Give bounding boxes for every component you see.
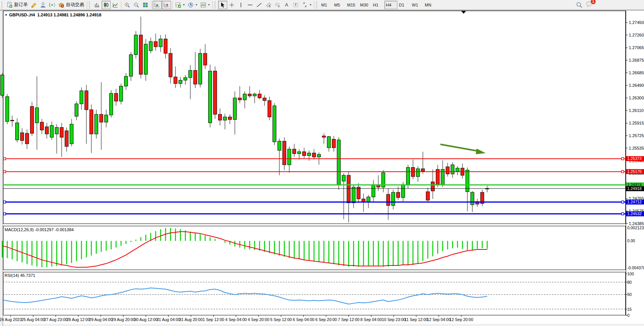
- time-axis-label: 30 Aug 12:00: [134, 317, 158, 322]
- price-line-label: 1.25176: [626, 169, 644, 174]
- candlestick-chart-button[interactable]: [102, 1, 111, 9]
- signal-icon: [49, 2, 55, 8]
- time-axis-label: 7 Sep 12:00: [338, 317, 360, 322]
- chevron-down-icon: ▾: [310, 3, 311, 6]
- rsi-indicator-label: RSI(14) 45.7371: [5, 273, 35, 278]
- arrows-icon: [302, 2, 308, 8]
- vertical-line-button[interactable]: [236, 1, 245, 9]
- time-axis-label: 8 Sep 04:00: [360, 317, 382, 322]
- timeframe-button-m1[interactable]: M1: [320, 1, 333, 9]
- auto-scroll-button[interactable]: [153, 1, 162, 9]
- macd-indicator-label: MACD(12,26,9) -0.001297 -0.001384: [5, 227, 74, 232]
- timeframe-label: D1: [399, 3, 409, 7]
- auto-trading-label: 自动交易: [66, 2, 84, 8]
- toolbar-grip[interactable]: [2, 2, 3, 8]
- templates-button[interactable]: ▾: [199, 1, 211, 9]
- macd-axis-tick: -0.004378: [627, 265, 644, 270]
- text-button[interactable]: A: [282, 1, 291, 9]
- profiles-button[interactable]: [38, 1, 48, 9]
- periods-button[interactable]: ▾: [186, 1, 199, 9]
- new-order-button[interactable]: 新订单: [5, 1, 29, 9]
- arrows-button[interactable]: ▾: [300, 1, 313, 9]
- chart-window: ▼GBPUSD-,H4 1.24913 1.24981 1.24896 1.24…: [0, 10, 644, 326]
- crosshair-icon: [229, 2, 235, 8]
- y-axis-tick: 1.26110: [629, 108, 644, 113]
- line-chart-button[interactable]: [111, 1, 120, 9]
- bar-chart-button[interactable]: [92, 1, 102, 9]
- periods-clock-icon: [188, 2, 194, 8]
- timeframe-label: M15: [347, 3, 357, 7]
- auto-scroll-icon: [154, 2, 160, 8]
- tile-windows-icon: [142, 2, 148, 8]
- toolbar-separator: [121, 1, 121, 9]
- timeframe-button-h4[interactable]: H4: [384, 1, 397, 9]
- cursor-button[interactable]: [218, 1, 227, 9]
- toolbar-grip[interactable]: [316, 2, 318, 8]
- signal-button[interactable]: [48, 1, 57, 9]
- time-axis-label: 6 Sep 20:00: [315, 317, 337, 322]
- price-line-label: 1.25373: [626, 156, 644, 161]
- timeframe-label: M5: [334, 3, 344, 7]
- search-icon[interactable]: [576, 2, 583, 8]
- macd-axis-tick: 0.00: [627, 238, 635, 243]
- toolbar-separator: [172, 1, 172, 9]
- svg-text:E: E: [269, 5, 271, 8]
- timeframe-label: M1: [321, 3, 331, 7]
- auto-trading-button[interactable]: 自动交易: [57, 1, 86, 9]
- text-label-button[interactable]: T: [291, 1, 300, 9]
- time-axis-label: 28 Aug 12:00: [67, 317, 90, 322]
- time-axis-label: 24 Aug 2023: [0, 317, 22, 322]
- indicators-button[interactable]: ▾: [174, 1, 186, 9]
- price-line-label: 1.24712: [626, 200, 644, 205]
- tile-windows-button[interactable]: [141, 1, 150, 9]
- y-axis-tick: 1.27450: [629, 20, 644, 25]
- time-axis-label: 12 Sep 04:00: [427, 317, 451, 322]
- time-axis-label: 29 Aug 20:00: [112, 317, 135, 322]
- time-axis-label: 5 Sep 12:00: [270, 317, 292, 322]
- toolbar-grip[interactable]: [89, 2, 91, 8]
- timeframe-button-m15[interactable]: M15: [346, 1, 359, 9]
- y-axis-tick: 1.26300: [629, 96, 644, 100]
- equidistant-channel-button[interactable]: E: [264, 1, 273, 9]
- y-axis-tick: 1.27260: [629, 33, 644, 37]
- timeframe-button-h1[interactable]: H1: [371, 1, 384, 9]
- zoom-in-icon: [124, 2, 130, 8]
- time-axis-label: 4 Sep 20:00: [248, 317, 269, 322]
- price-line-label: 1.24918: [626, 186, 644, 191]
- horizontal-line-button[interactable]: [245, 1, 255, 9]
- zoom-out-button[interactable]: [132, 1, 141, 9]
- crosshair-button[interactable]: [227, 1, 236, 9]
- text-label-icon: T: [293, 2, 299, 8]
- rsi-axis-tick: 100: [627, 272, 634, 276]
- timeframe-button-m30[interactable]: M30: [359, 1, 371, 9]
- trendline-button[interactable]: [255, 1, 264, 9]
- time-axis-label: 10 Sep 23:00: [382, 317, 405, 322]
- y-axis-tick: 1.25535: [629, 146, 644, 150]
- toolbar-grip[interactable]: [215, 2, 217, 8]
- time-axis-label: 29 Aug 04:00: [89, 317, 113, 322]
- svg-text:T: T: [295, 3, 297, 7]
- chart-canvas[interactable]: [0, 10, 644, 326]
- svg-text:A: A: [285, 2, 288, 8]
- y-axis-tick: 1.25725: [629, 133, 644, 138]
- chart-shift-button[interactable]: [162, 1, 171, 9]
- trendline-icon: [256, 2, 262, 8]
- rsi-axis-tick: 15: [627, 307, 632, 312]
- timeframe-button-w1[interactable]: W1: [410, 1, 423, 9]
- timeframe-button-m5[interactable]: M5: [333, 1, 346, 9]
- toolbar-separator: [314, 1, 314, 9]
- timeframe-label: H4: [386, 3, 396, 7]
- y-axis-tick: 1.26875: [629, 58, 644, 62]
- crayon-button[interactable]: [29, 1, 38, 9]
- indicators-icon: [175, 2, 181, 8]
- crayon-icon: [31, 2, 37, 8]
- symbol-collapse-icon[interactable]: ▼: [5, 13, 8, 17]
- chat-button[interactable]: 1: [586, 1, 593, 9]
- timeframe-button-d1[interactable]: D1: [397, 1, 410, 9]
- timeframe-button-mn[interactable]: MN: [423, 1, 436, 9]
- zoom-in-button[interactable]: [123, 1, 132, 9]
- time-axis-label: 31 Aug 04:00: [156, 317, 180, 322]
- y-axis-tick: 1.26685: [629, 70, 644, 75]
- time-axis-label: 12 Sep 20:00: [450, 317, 473, 322]
- fibonacci-button[interactable]: F: [273, 1, 282, 9]
